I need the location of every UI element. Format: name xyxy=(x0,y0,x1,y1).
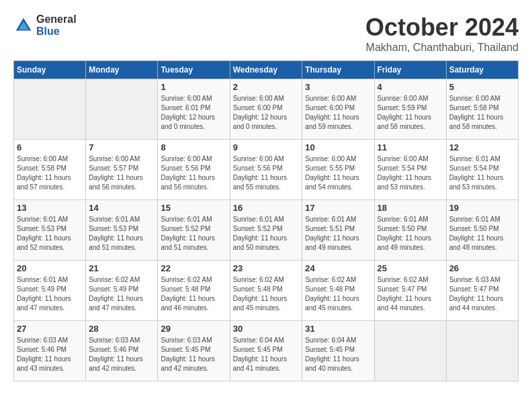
location-title: Makham, Chanthaburi, Thailand xyxy=(365,42,519,54)
day-number: 23 xyxy=(233,263,300,273)
weekday-header: Sunday xyxy=(14,61,86,79)
calendar-cell: 30Sunrise: 6:04 AMSunset: 5:45 PMDayligh… xyxy=(230,321,302,381)
day-info: Sunrise: 6:02 AMSunset: 5:49 PMDaylight:… xyxy=(89,275,154,313)
day-number: 12 xyxy=(449,142,515,152)
calendar-cell: 22Sunrise: 6:02 AMSunset: 5:48 PMDayligh… xyxy=(158,261,230,321)
calendar-cell: 23Sunrise: 6:02 AMSunset: 5:48 PMDayligh… xyxy=(230,261,302,321)
weekday-header: Thursday xyxy=(302,61,374,79)
day-number: 3 xyxy=(305,82,371,92)
weekday-header: Wednesday xyxy=(230,61,302,79)
calendar-week-row: 13Sunrise: 6:01 AMSunset: 5:53 PMDayligh… xyxy=(14,200,519,261)
calendar-week-row: 27Sunrise: 6:03 AMSunset: 5:46 PMDayligh… xyxy=(14,321,519,381)
day-info: Sunrise: 6:00 AMSunset: 5:54 PMDaylight:… xyxy=(378,154,443,192)
page-header: General Blue October 2024 Makham, Chanth… xyxy=(13,13,519,54)
day-info: Sunrise: 6:00 AMSunset: 5:59 PMDaylight:… xyxy=(378,94,443,132)
day-info: Sunrise: 6:02 AMSunset: 5:47 PMDaylight:… xyxy=(378,275,443,313)
day-number: 14 xyxy=(89,203,154,213)
day-number: 25 xyxy=(378,263,443,273)
day-info: Sunrise: 6:03 AMSunset: 5:45 PMDaylight:… xyxy=(161,336,226,373)
day-info: Sunrise: 6:01 AMSunset: 5:52 PMDaylight:… xyxy=(161,215,226,253)
calendar-cell: 11Sunrise: 6:00 AMSunset: 5:54 PMDayligh… xyxy=(374,140,446,200)
calendar-cell: 3Sunrise: 6:00 AMSunset: 6:00 PMDaylight… xyxy=(302,79,374,140)
calendar-cell: 28Sunrise: 6:03 AMSunset: 5:46 PMDayligh… xyxy=(86,321,158,381)
calendar-cell: 10Sunrise: 6:00 AMSunset: 5:55 PMDayligh… xyxy=(302,140,374,200)
day-info: Sunrise: 6:02 AMSunset: 5:48 PMDaylight:… xyxy=(305,275,371,313)
day-number: 6 xyxy=(17,142,83,152)
day-info: Sunrise: 6:01 AMSunset: 5:50 PMDaylight:… xyxy=(449,215,515,253)
day-info: Sunrise: 6:00 AMSunset: 6:00 PMDaylight:… xyxy=(305,94,371,132)
day-number: 11 xyxy=(378,142,443,152)
day-number: 16 xyxy=(233,203,300,213)
calendar-cell: 14Sunrise: 6:01 AMSunset: 5:53 PMDayligh… xyxy=(86,200,158,261)
day-number: 31 xyxy=(305,324,371,334)
day-number: 18 xyxy=(378,203,443,213)
calendar-cell xyxy=(374,321,446,381)
title-block: October 2024 Makham, Chanthaburi, Thaila… xyxy=(365,13,519,54)
day-number: 10 xyxy=(305,142,371,152)
day-number: 22 xyxy=(161,263,226,273)
calendar-cell: 16Sunrise: 6:01 AMSunset: 5:52 PMDayligh… xyxy=(230,200,302,261)
weekday-header: Tuesday xyxy=(158,61,230,79)
day-number: 4 xyxy=(378,82,443,92)
day-number: 26 xyxy=(449,263,515,273)
day-number: 21 xyxy=(89,263,154,273)
calendar-cell: 24Sunrise: 6:02 AMSunset: 5:48 PMDayligh… xyxy=(302,261,374,321)
day-number: 13 xyxy=(17,203,83,213)
day-info: Sunrise: 6:01 AMSunset: 5:51 PMDaylight:… xyxy=(305,215,371,253)
day-info: Sunrise: 6:01 AMSunset: 5:53 PMDaylight:… xyxy=(89,215,154,253)
weekday-header: Friday xyxy=(374,61,446,79)
day-info: Sunrise: 6:03 AMSunset: 5:46 PMDaylight:… xyxy=(89,336,154,373)
day-number: 28 xyxy=(89,324,154,334)
day-info: Sunrise: 6:00 AMSunset: 6:00 PMDaylight:… xyxy=(233,94,300,132)
calendar-cell: 12Sunrise: 6:01 AMSunset: 5:54 PMDayligh… xyxy=(446,140,518,200)
calendar-cell: 25Sunrise: 6:02 AMSunset: 5:47 PMDayligh… xyxy=(374,261,446,321)
logo-text-line2: Blue xyxy=(36,26,77,38)
day-number: 1 xyxy=(161,82,226,92)
day-info: Sunrise: 6:04 AMSunset: 5:45 PMDaylight:… xyxy=(305,336,371,373)
logo: General Blue xyxy=(13,13,77,38)
calendar-cell: 1Sunrise: 6:00 AMSunset: 6:01 PMDaylight… xyxy=(158,79,230,140)
calendar-cell: 4Sunrise: 6:00 AMSunset: 5:59 PMDaylight… xyxy=(374,79,446,140)
calendar-cell xyxy=(446,321,518,381)
day-info: Sunrise: 6:03 AMSunset: 5:46 PMDaylight:… xyxy=(17,336,83,373)
calendar-cell: 7Sunrise: 6:00 AMSunset: 5:57 PMDaylight… xyxy=(86,140,158,200)
calendar-cell xyxy=(86,79,158,140)
logo-icon xyxy=(13,15,34,36)
day-number: 20 xyxy=(17,263,83,273)
calendar-cell: 20Sunrise: 6:01 AMSunset: 5:49 PMDayligh… xyxy=(14,261,86,321)
month-title: October 2024 xyxy=(365,13,519,42)
day-number: 30 xyxy=(233,324,300,334)
calendar-cell: 8Sunrise: 6:00 AMSunset: 5:56 PMDaylight… xyxy=(158,140,230,200)
day-number: 15 xyxy=(161,203,226,213)
calendar-cell: 21Sunrise: 6:02 AMSunset: 5:49 PMDayligh… xyxy=(86,261,158,321)
calendar-cell: 29Sunrise: 6:03 AMSunset: 5:45 PMDayligh… xyxy=(158,321,230,381)
calendar-cell xyxy=(14,79,86,140)
calendar-cell: 26Sunrise: 6:03 AMSunset: 5:47 PMDayligh… xyxy=(446,261,518,321)
day-number: 8 xyxy=(161,142,226,152)
day-number: 9 xyxy=(233,142,300,152)
calendar-cell: 18Sunrise: 6:01 AMSunset: 5:50 PMDayligh… xyxy=(374,200,446,261)
day-number: 24 xyxy=(305,263,371,273)
calendar-cell: 17Sunrise: 6:01 AMSunset: 5:51 PMDayligh… xyxy=(302,200,374,261)
day-info: Sunrise: 6:00 AMSunset: 5:58 PMDaylight:… xyxy=(449,94,515,132)
day-number: 5 xyxy=(449,82,515,92)
day-info: Sunrise: 6:00 AMSunset: 6:01 PMDaylight:… xyxy=(161,94,226,132)
calendar-table: SundayMondayTuesdayWednesdayThursdayFrid… xyxy=(13,60,519,381)
day-info: Sunrise: 6:01 AMSunset: 5:52 PMDaylight:… xyxy=(233,215,300,253)
weekday-header: Monday xyxy=(86,61,158,79)
day-info: Sunrise: 6:00 AMSunset: 5:58 PMDaylight:… xyxy=(17,154,83,192)
day-number: 27 xyxy=(17,324,83,334)
day-info: Sunrise: 6:01 AMSunset: 5:50 PMDaylight:… xyxy=(378,215,443,253)
day-info: Sunrise: 6:00 AMSunset: 5:56 PMDaylight:… xyxy=(161,154,226,192)
day-number: 19 xyxy=(449,203,515,213)
day-info: Sunrise: 6:00 AMSunset: 5:57 PMDaylight:… xyxy=(89,154,154,192)
day-info: Sunrise: 6:03 AMSunset: 5:47 PMDaylight:… xyxy=(449,275,515,313)
day-number: 17 xyxy=(305,203,371,213)
logo-text-line1: General xyxy=(36,13,77,26)
day-info: Sunrise: 6:01 AMSunset: 5:49 PMDaylight:… xyxy=(17,275,83,313)
calendar-cell: 5Sunrise: 6:00 AMSunset: 5:58 PMDaylight… xyxy=(446,79,518,140)
calendar-cell: 15Sunrise: 6:01 AMSunset: 5:52 PMDayligh… xyxy=(158,200,230,261)
calendar-cell: 9Sunrise: 6:00 AMSunset: 5:56 PMDaylight… xyxy=(230,140,302,200)
calendar-week-row: 1Sunrise: 6:00 AMSunset: 6:01 PMDaylight… xyxy=(14,79,519,140)
calendar-cell: 6Sunrise: 6:00 AMSunset: 5:58 PMDaylight… xyxy=(14,140,86,200)
